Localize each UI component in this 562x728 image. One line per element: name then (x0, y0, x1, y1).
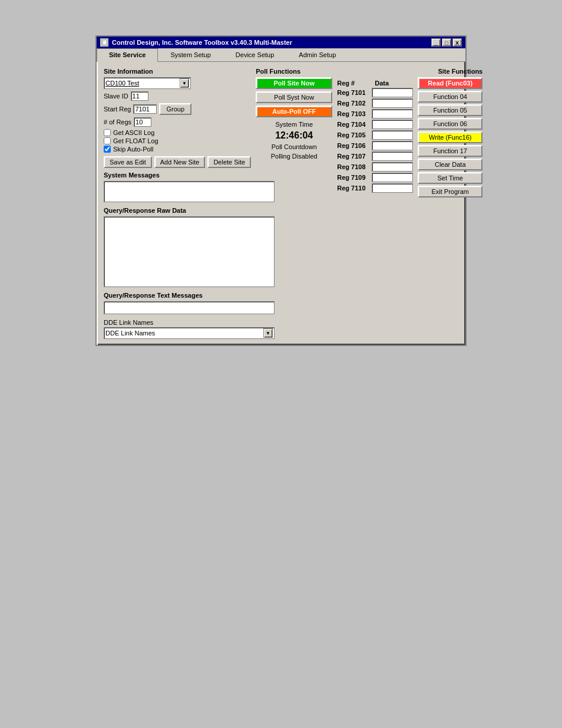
site-action-buttons: Save as Edit Add New Site Delete Site (104, 156, 251, 168)
table-row: Reg 7101 (337, 88, 413, 97)
poll-buttons: Poll Site Now Poll Syst Now Auto-Poll OF… (256, 77, 332, 160)
reg-input-5[interactable] (372, 141, 413, 150)
data-col-header: Data (375, 80, 389, 87)
query-text-textarea[interactable] (104, 301, 275, 314)
reg-label-2: Reg 7103 (337, 110, 369, 117)
system-messages-textarea[interactable] (104, 181, 275, 202)
save-as-edit-button[interactable]: Save as Edit (104, 156, 152, 168)
read-func03-button[interactable]: Read (Func03) (418, 77, 482, 89)
reg-input-0[interactable] (372, 88, 413, 97)
dde-area: DDE Link Names DDE Link Names ▼ (104, 319, 332, 339)
query-raw-area: Query/Response Raw Data (104, 207, 332, 288)
site-dropdown-row: CD100 Test ▼ (104, 77, 251, 89)
poll-site-now-button[interactable]: Poll Site Now (256, 77, 332, 89)
system-time-value: 12:46:04 (275, 130, 313, 141)
system-messages-title: System Messages (104, 172, 332, 179)
reg-label-7: Reg 7108 (337, 163, 369, 170)
reg-label-3: Reg 7104 (337, 121, 369, 128)
reg-label-6: Reg 7107 (337, 153, 369, 160)
get-float-label: Get FLOAT Log (113, 137, 158, 144)
title-bar-left: 🖥 Control Design, Inc. Software Toolbox … (100, 38, 292, 47)
reg-input-1[interactable] (372, 98, 413, 108)
dde-dropdown-value: DDE Link Names (105, 330, 155, 337)
menu-bar: Site Service System Setup Device Setup A… (97, 48, 465, 62)
polling-disabled-label: Polling Disabled (271, 153, 318, 160)
system-messages-area: System Messages (104, 172, 332, 203)
reg-input-8[interactable] (372, 173, 413, 182)
num-regs-label: # of Regs (104, 118, 131, 126)
poll-countdown-label: Poll Countdown (272, 143, 317, 150)
write-func16-button[interactable]: Write (Func16) (418, 131, 482, 143)
get-float-row: Get FLOAT Log (104, 137, 251, 144)
clear-data-button[interactable]: Clear Data (418, 159, 482, 170)
table-row: Reg 7106 (337, 141, 413, 150)
slave-id-row: Slave ID (104, 91, 251, 101)
poll-syst-now-button[interactable]: Poll Syst Now (256, 91, 332, 103)
site-information-panel: Site Information CD100 Test ▼ Slave ID (104, 68, 251, 168)
num-regs-row: # of Regs (104, 117, 251, 127)
site-functions-buttons: Read (Func03) Function 04 Function 05 Fu… (418, 77, 482, 197)
get-ascii-checkbox[interactable] (104, 129, 111, 136)
query-text-title: Query/Response Text Messages (104, 292, 332, 299)
poll-functions-panel: Poll Functions Poll Site Now Poll Syst N… (256, 68, 332, 168)
minimize-button[interactable]: _ (431, 38, 441, 47)
system-time-label: System Time (275, 121, 313, 128)
add-new-site-button[interactable]: Add New Site (154, 156, 206, 168)
reg-header: Reg # Data (337, 80, 413, 87)
exit-program-button[interactable]: Exit Program (418, 186, 482, 197)
tab-system-setup-label: System Setup (170, 51, 210, 58)
tab-device-setup[interactable]: Device Setup (223, 48, 286, 61)
site-info-title: Site Information (104, 68, 251, 75)
get-ascii-label: Get ASCII Log (113, 129, 154, 136)
table-row: Reg 7109 (337, 173, 413, 182)
reg-input-3[interactable] (372, 120, 413, 129)
reg-label-4: Reg 7105 (337, 131, 369, 139)
slave-id-input[interactable] (131, 91, 148, 101)
start-reg-input[interactable] (133, 104, 157, 114)
reg-rows: Reg 7101 Reg 7102 Reg 7103 Reg 7104 (337, 88, 413, 193)
function05-button[interactable]: Function 05 (418, 104, 482, 116)
tab-site-service-label: Site Service (109, 51, 146, 58)
maximize-button[interactable]: □ (442, 38, 451, 47)
table-row: Reg 7102 (337, 98, 413, 108)
function06-button[interactable]: Function 06 (418, 118, 482, 130)
top-section: Site Information CD100 Test ▼ Slave ID (104, 68, 332, 168)
function17-button[interactable]: Function 17 (418, 145, 482, 157)
window-title: Control Design, Inc. Software Toolbox v3… (112, 39, 292, 46)
auto-poll-off-button[interactable]: Auto-Poll OFF (256, 106, 332, 117)
reg-input-4[interactable] (372, 130, 413, 140)
main-window: 🖥 Control Design, Inc. Software Toolbox … (95, 35, 467, 346)
tab-admin-setup[interactable]: Admin Setup (286, 48, 348, 61)
group-button[interactable]: Group (159, 103, 191, 115)
table-row: Reg 7107 (337, 151, 413, 161)
reg-input-9[interactable] (372, 183, 413, 193)
delete-site-button[interactable]: Delete Site (207, 156, 251, 168)
registers-panel: Reg # Data Reg 7101 Reg 7102 Reg 7103 (337, 80, 413, 339)
get-float-checkbox[interactable] (104, 137, 111, 144)
dde-dropdown[interactable]: DDE Link Names ▼ (104, 327, 275, 339)
reg-label-0: Reg 7101 (337, 89, 369, 96)
function04-button[interactable]: Function 04 (418, 91, 482, 103)
reg-input-2[interactable] (372, 109, 413, 118)
set-time-button[interactable]: Set Time (418, 172, 482, 184)
system-time-text: System Time (275, 121, 313, 128)
table-row: Reg 7110 (337, 183, 413, 193)
site-dropdown-arrow[interactable]: ▼ (180, 78, 189, 88)
tab-system-setup[interactable]: System Setup (158, 48, 223, 61)
tab-admin-setup-label: Admin Setup (299, 51, 336, 58)
dde-dropdown-arrow[interactable]: ▼ (263, 328, 273, 338)
reg-input-6[interactable] (372, 151, 413, 161)
num-regs-input[interactable] (134, 117, 151, 127)
skip-autopoll-checkbox[interactable] (104, 146, 111, 153)
app-icon: 🖥 (100, 38, 108, 47)
site-dropdown[interactable]: CD100 Test ▼ (104, 77, 191, 89)
title-bar: 🖥 Control Design, Inc. Software Toolbox … (97, 37, 465, 48)
title-controls: _ □ X (431, 38, 462, 47)
query-raw-textarea[interactable] (104, 216, 275, 287)
start-reg-row: Start Reg Group (104, 103, 251, 115)
slave-id-label: Slave ID (104, 93, 128, 100)
close-button[interactable]: X (452, 38, 462, 47)
tab-site-service[interactable]: Site Service (97, 48, 158, 62)
reg-input-7[interactable] (372, 162, 413, 172)
reg-label-8: Reg 7109 (337, 174, 369, 181)
